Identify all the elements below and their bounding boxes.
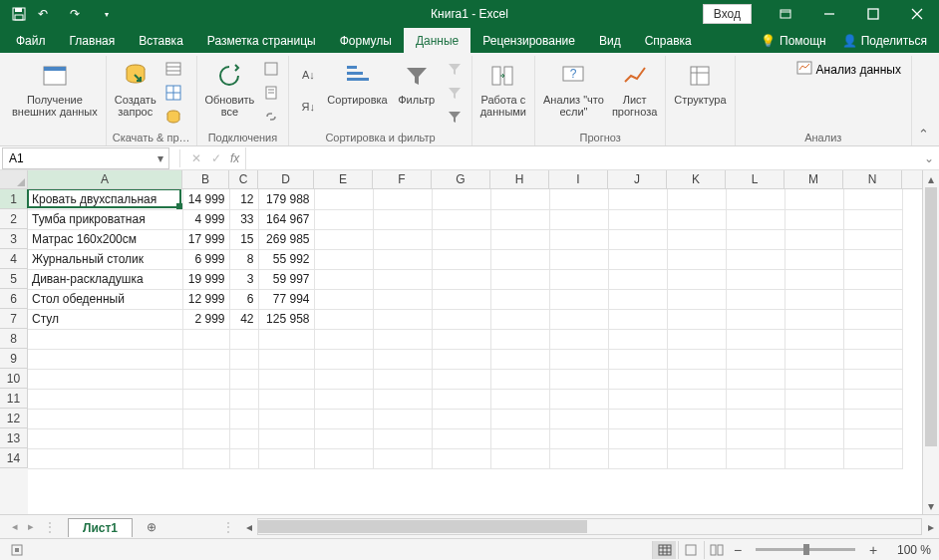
cell[interactable] [432, 428, 490, 448]
cell[interactable] [432, 389, 490, 409]
cell[interactable] [608, 409, 667, 428]
cell[interactable] [549, 309, 608, 329]
cell[interactable] [726, 309, 784, 329]
row-header[interactable]: 1 [0, 189, 28, 209]
cell[interactable] [667, 189, 726, 209]
data-tools-button[interactable]: Работа с данными [478, 58, 528, 118]
row-header[interactable]: 10 [0, 369, 28, 389]
cell[interactable] [667, 329, 726, 349]
cell[interactable] [608, 189, 667, 209]
sort-desc-button[interactable]: Я↓ [295, 94, 321, 120]
column-header[interactable]: G [432, 170, 490, 188]
cell[interactable] [843, 349, 902, 369]
cell[interactable] [432, 289, 490, 309]
cell[interactable] [229, 389, 258, 409]
cell[interactable]: 12 [229, 189, 258, 209]
cell[interactable] [28, 428, 182, 448]
cell[interactable] [28, 409, 182, 428]
cell[interactable]: 125 958 [258, 309, 314, 329]
cell[interactable] [314, 369, 373, 389]
login-button[interactable]: Вход [703, 4, 752, 24]
tab-layout[interactable]: Разметка страницы [195, 28, 328, 53]
cell[interactable] [490, 229, 549, 249]
column-header[interactable]: M [784, 170, 843, 188]
cell[interactable] [490, 289, 549, 309]
cell[interactable] [314, 329, 373, 349]
cell[interactable] [258, 409, 314, 428]
column-header[interactable]: N [843, 170, 902, 188]
column-header[interactable]: C [229, 170, 258, 188]
cell[interactable] [182, 428, 229, 448]
from-table-button[interactable] [162, 82, 184, 104]
cell[interactable] [258, 428, 314, 448]
cell[interactable] [490, 329, 549, 349]
cell[interactable] [726, 209, 784, 229]
cell[interactable] [667, 249, 726, 269]
tab-review[interactable]: Рецензирование [470, 28, 587, 53]
properties-button[interactable] [260, 82, 282, 104]
cell[interactable] [258, 349, 314, 369]
row-header[interactable]: 4 [0, 249, 28, 269]
cell[interactable] [549, 448, 608, 468]
cell[interactable] [182, 409, 229, 428]
scroll-up-icon[interactable]: ▴ [923, 170, 939, 187]
cell[interactable] [843, 409, 902, 428]
column-header[interactable]: I [549, 170, 608, 188]
connections-button[interactable] [260, 58, 282, 80]
cell[interactable]: 6 999 [182, 249, 229, 269]
row-header[interactable]: 2 [0, 209, 28, 229]
whatif-button[interactable]: ? Анализ "что если" [541, 58, 606, 118]
cell[interactable] [314, 269, 373, 289]
cell[interactable] [549, 289, 608, 309]
cell[interactable] [373, 209, 432, 229]
zoom-slider-thumb[interactable] [803, 544, 809, 555]
cell[interactable] [490, 369, 549, 389]
zoom-slider[interactable] [756, 548, 855, 551]
cell[interactable] [667, 389, 726, 409]
cell[interactable]: 4 999 [182, 209, 229, 229]
cell[interactable] [843, 329, 902, 349]
row-header[interactable]: 8 [0, 329, 28, 349]
cell[interactable] [182, 369, 229, 389]
cell[interactable]: 2 999 [182, 309, 229, 329]
cell[interactable] [373, 349, 432, 369]
cell[interactable] [373, 309, 432, 329]
page-layout-view-icon[interactable] [678, 541, 702, 559]
cell[interactable] [258, 329, 314, 349]
cell[interactable] [549, 209, 608, 229]
fx-icon[interactable]: fx [230, 151, 239, 165]
cell[interactable] [549, 428, 608, 448]
cell[interactable] [608, 209, 667, 229]
cell[interactable] [667, 409, 726, 428]
cell[interactable] [314, 189, 373, 209]
cell[interactable]: Кровать двухспальная [28, 189, 182, 209]
cell[interactable] [608, 369, 667, 389]
qat-customize-icon[interactable]: ▾ [96, 3, 118, 25]
row-header[interactable]: 3 [0, 229, 28, 249]
cell[interactable] [28, 349, 182, 369]
cell[interactable] [432, 209, 490, 229]
cell[interactable]: Стул [28, 309, 182, 329]
cell[interactable]: Матрас 160х200см [28, 229, 182, 249]
cell[interactable] [726, 349, 784, 369]
sort-button[interactable]: Сортировка [325, 58, 389, 106]
vscroll-thumb[interactable] [925, 187, 937, 446]
add-sheet-button[interactable]: ⊕ [141, 516, 162, 538]
cell[interactable] [28, 448, 182, 468]
cell[interactable] [843, 389, 902, 409]
cell[interactable] [490, 249, 549, 269]
cancel-formula-icon[interactable]: ✕ [186, 148, 206, 168]
cell[interactable]: 15 [229, 229, 258, 249]
cell[interactable] [843, 189, 902, 209]
cell[interactable] [608, 428, 667, 448]
cell[interactable] [490, 389, 549, 409]
cell[interactable] [373, 269, 432, 289]
close-icon[interactable] [895, 0, 939, 28]
cell[interactable] [784, 448, 843, 468]
record-macro-icon[interactable] [8, 541, 26, 559]
cell[interactable] [229, 329, 258, 349]
cell[interactable] [432, 409, 490, 428]
cell[interactable] [608, 289, 667, 309]
cell[interactable] [726, 329, 784, 349]
cell[interactable]: 55 992 [258, 249, 314, 269]
